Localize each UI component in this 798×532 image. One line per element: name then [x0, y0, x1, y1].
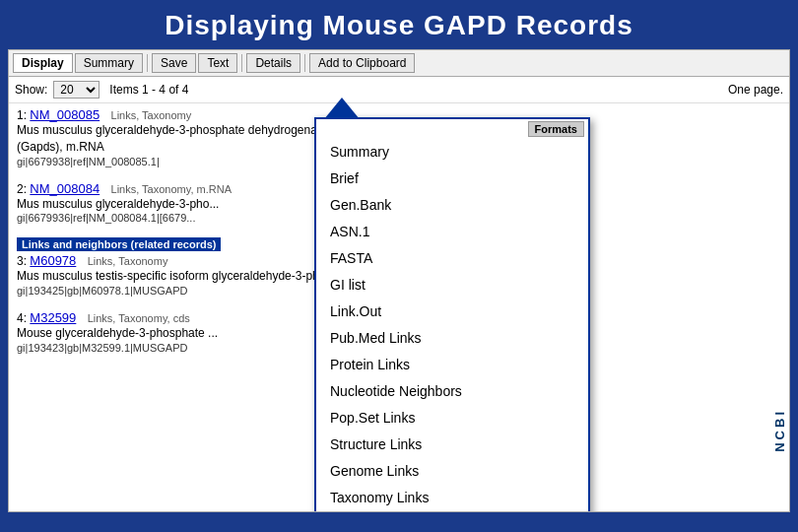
dropdown-item-popset[interactable]: Pop.Set Links: [316, 405, 588, 432]
title-bar: Displaying Mouse GAPD Records: [0, 0, 798, 49]
record-1-num: 1:: [17, 108, 30, 122]
main-content: Display Summary Save Text Details Add to…: [8, 49, 790, 512]
record-3-link[interactable]: M60978: [30, 253, 76, 268]
dropdown-item-brief[interactable]: Brief: [316, 166, 588, 192]
save-button[interactable]: Save: [152, 53, 196, 73]
record-2-num: 2:: [17, 182, 30, 196]
record-4-num: 4:: [17, 311, 30, 325]
formats-header: Formats: [316, 119, 588, 139]
dropdown-item-protein[interactable]: Protein Links: [316, 352, 588, 378]
one-page-label: One page.: [728, 83, 783, 97]
formats-dropdown: Formats Summary Brief Gen.Bank ASN.1 FAS…: [314, 117, 590, 512]
count-select[interactable]: 20 5 10 50 100 500: [53, 81, 100, 99]
dropdown-pointer: [324, 98, 360, 119]
record-3-tags: Links, Taxonomy: [88, 255, 168, 267]
record-2-tags: Links, Taxonomy, m.RNA: [111, 183, 232, 195]
dropdown-item-structure[interactable]: Structure Links: [316, 432, 588, 458]
record-2-link[interactable]: NM_008084: [30, 181, 100, 196]
record-4-tags: Links, Taxonomy, cds: [88, 312, 190, 324]
dropdown-item-taxonomy[interactable]: Taxonomy Links: [316, 485, 588, 511]
dropdown-item-pubmed[interactable]: Pub.Med Links: [316, 325, 588, 352]
add-to-clipboard-button[interactable]: Add to Clipboard: [309, 53, 415, 73]
dropdown-item-gilist[interactable]: GI list: [316, 272, 588, 299]
toolbar-divider-2: [241, 54, 242, 72]
show-label: Show:: [15, 83, 47, 97]
formats-badge: Formats: [528, 121, 584, 137]
toolbar-divider-3: [304, 54, 305, 72]
dropdown-item-genome[interactable]: Genome Links: [316, 458, 588, 485]
dropdown-item-asn1[interactable]: ASN.1: [316, 219, 588, 245]
record-4-link[interactable]: M32599: [30, 310, 76, 325]
record-1-tags: Links, Taxonomy: [111, 109, 192, 121]
dropdown-item-genbank[interactable]: Gen.Bank: [316, 192, 588, 219]
ncbi-label: NCBI: [772, 409, 787, 452]
dropdown-item-summary[interactable]: Summary: [316, 139, 588, 166]
display-button[interactable]: Display: [13, 53, 73, 73]
dropdown-item-omim[interactable]: OMIM Links: [316, 511, 588, 512]
dropdown-item-fasta[interactable]: FASTA: [316, 245, 588, 272]
dropdown-item-nucleotide[interactable]: Nucleotide Neighbors: [316, 378, 588, 405]
text-button[interactable]: Text: [198, 53, 237, 73]
dropdown-item-linkout[interactable]: Link.Out: [316, 299, 588, 325]
record-1-link[interactable]: NM_008085: [30, 107, 100, 122]
page-title: Displaying Mouse GAPD Records: [165, 10, 633, 40]
toolbar: Display Summary Save Text Details Add to…: [9, 50, 789, 77]
show-bar: Show: 20 5 10 50 100 500 Items 1 - 4 of …: [9, 77, 789, 103]
toolbar-divider-1: [147, 54, 148, 72]
details-button[interactable]: Details: [246, 53, 300, 73]
summary-button[interactable]: Summary: [75, 53, 143, 73]
items-info: Items 1 - 4 of 4: [109, 83, 188, 97]
related-label: Links and neighbors (related records): [17, 237, 221, 251]
record-3-num: 3:: [17, 254, 30, 268]
